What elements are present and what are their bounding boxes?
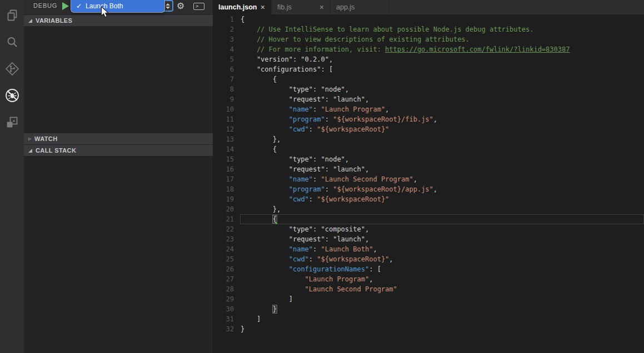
- code-line[interactable]: 20 },: [213, 204, 644, 214]
- code-line[interactable]: 11 "program": "${workspaceRoot}/fib.js",: [213, 114, 644, 124]
- code-line[interactable]: 22 "type": "composite",: [213, 224, 644, 234]
- line-number: 17: [213, 174, 234, 184]
- configure-gear-button gear-icon[interactable]: ⚙: [175, 1, 186, 12]
- code-line[interactable]: 17 "name": "Launch Second Program",: [213, 174, 644, 184]
- search-icon: [5, 35, 19, 49]
- code-line[interactable]: 13 },: [213, 134, 644, 144]
- code-line[interactable]: 25 "cwd": "${workspaceRoot}",: [213, 254, 644, 264]
- sidebar-item-source-control[interactable]: [0, 56, 24, 82]
- code-line-text: "program": "${workspaceRoot}/fib.js",: [241, 114, 644, 124]
- sidebar-item-explorer[interactable]: [0, 2, 24, 29]
- code-line[interactable]: 30 }: [213, 304, 644, 314]
- code-line-text: "configurationNames": [: [241, 264, 644, 274]
- call-stack-panel: [24, 156, 213, 353]
- line-number: 32: [213, 324, 234, 334]
- chevron-collapsed-icon: ▹: [28, 136, 31, 142]
- code-line[interactable]: 10 "name": "Launch Program",: [213, 104, 644, 114]
- line-number: 22: [213, 224, 234, 234]
- code-line[interactable]: 32}: [213, 324, 644, 334]
- line-number: 13: [213, 134, 234, 144]
- sidebar-item-extensions[interactable]: [0, 109, 24, 135]
- code-line[interactable]: 21 {: [213, 214, 644, 224]
- code-line[interactable]: 31 ]: [213, 314, 644, 324]
- code-line[interactable]: 28 "Launch Second Program": [213, 284, 644, 294]
- code-line[interactable]: 14 {: [213, 144, 644, 154]
- link[interactable]: https://go.microsoft.com/fwlink/?linkid=…: [385, 46, 570, 53]
- code-line[interactable]: 1{: [213, 14, 644, 24]
- tab-launch.json[interactable]: launch.json×: [213, 0, 272, 14]
- code-line[interactable]: 27 "Launch Program",: [213, 274, 644, 284]
- close-icon[interactable]: ×: [319, 3, 325, 11]
- sidebar-item-debug[interactable]: [0, 82, 24, 109]
- code-line-text: }: [241, 324, 644, 334]
- code-line[interactable]: 7 {: [213, 74, 644, 84]
- chevron-expanded-icon: [28, 19, 32, 23]
- code-line-text: "type": "composite",: [241, 224, 644, 234]
- line-number: 28: [213, 284, 234, 294]
- debug-view-title: DEBUG: [33, 0, 57, 12]
- code-line[interactable]: 16 "request": "launch",: [213, 164, 644, 174]
- code-line-text: "cwd": "${workspaceRoot}": [241, 194, 644, 204]
- code-line[interactable]: 23 "request": "launch",: [213, 234, 644, 244]
- code-line[interactable]: 8 "type": "node",: [213, 84, 644, 94]
- line-number: 14: [213, 144, 234, 154]
- code-line-text: }: [241, 304, 644, 314]
- line-number: 24: [213, 244, 234, 254]
- editor-group: launch.json×fib.js×app.js 1{2 // Use Int…: [213, 0, 644, 353]
- vscode-window: DEBUG ✓ Launch Both ⚙ > VARIABLES: [0, 0, 644, 353]
- code-line-text: "request": "launch",: [241, 94, 644, 104]
- section-header-call-stack[interactable]: CALL STACK: [24, 144, 213, 156]
- code-line[interactable]: 12 "cwd": "${workspaceRoot}": [213, 124, 644, 134]
- matched-bracket: }: [273, 305, 277, 313]
- code-line[interactable]: 19 "cwd": "${workspaceRoot}": [213, 194, 644, 204]
- code-line[interactable]: 29 ]: [213, 294, 644, 304]
- matched-bracket: {: [273, 215, 277, 223]
- code-line[interactable]: 2 // Use IntelliSense to learn about pos…: [213, 24, 644, 34]
- tab-fib.js[interactable]: fib.js×: [272, 0, 331, 14]
- files-icon: [5, 8, 19, 23]
- close-icon[interactable]: ×: [260, 3, 266, 11]
- code-line[interactable]: 5 "version": "0.2.0",: [213, 54, 644, 64]
- tab-app.js[interactable]: app.js: [331, 0, 390, 14]
- code-line-text: "name": "Launch Both",: [241, 244, 644, 254]
- activity-bar: [0, 0, 24, 353]
- code-line-text: ]: [241, 294, 644, 304]
- line-number: 11: [213, 114, 234, 124]
- code-line[interactable]: 9 "request": "launch",: [213, 94, 644, 104]
- debug-toolbar: DEBUG ✓ Launch Both ⚙ >: [24, 0, 213, 14]
- code-line-text: {: [241, 14, 644, 24]
- sidebar-item-search[interactable]: [0, 29, 24, 56]
- variables-panel: [24, 26, 213, 133]
- code-line-text: "request": "launch",: [241, 164, 644, 174]
- code-line[interactable]: 26 "configurationNames": [: [213, 264, 644, 274]
- code-line[interactable]: 4 // For more information, visit: https:…: [213, 44, 644, 54]
- code-line[interactable]: 6 "configurations": [: [213, 64, 644, 74]
- code-line-text: ]: [241, 314, 644, 324]
- code-line[interactable]: 15 "type": "node",: [213, 154, 644, 164]
- open-debug-console-button console-icon[interactable]: >: [193, 3, 204, 10]
- launch-configuration-dropdown-menu[interactable]: ✓ Launch Both: [71, 0, 164, 12]
- line-number: 21: [213, 214, 234, 224]
- line-number: 30: [213, 304, 234, 314]
- code-line-text: "Launch Second Program": [241, 284, 644, 294]
- line-number: 5: [213, 54, 234, 64]
- code-line-text: "name": "Launch Program",: [241, 104, 644, 114]
- line-number: 29: [213, 294, 234, 304]
- code-line-text: },: [241, 134, 644, 144]
- line-number: 9: [213, 94, 234, 104]
- line-number: 2: [213, 24, 234, 34]
- section-header-variables[interactable]: VARIABLES: [24, 14, 213, 26]
- line-number: 16: [213, 164, 234, 174]
- code-line[interactable]: 18 "program": "${workspaceRoot}/app.js",: [213, 184, 644, 194]
- code-line-text: "cwd": "${workspaceRoot}": [241, 124, 644, 134]
- line-number: 8: [213, 84, 234, 94]
- line-number: 23: [213, 234, 234, 244]
- start-debug-button play-icon[interactable]: [62, 2, 69, 10]
- section-header-watch[interactable]: ▹ WATCH: [24, 133, 213, 144]
- code-line-text: "version": "0.2.0",: [241, 54, 644, 64]
- code-line-text: "type": "node",: [241, 154, 644, 164]
- code-area[interactable]: 1{2 // Use IntelliSense to learn about p…: [213, 14, 644, 353]
- code-line[interactable]: 24 "name": "Launch Both",: [213, 244, 644, 254]
- code-line[interactable]: 3 // Hover to view descriptions of exist…: [213, 34, 644, 44]
- line-number: 4: [213, 44, 234, 54]
